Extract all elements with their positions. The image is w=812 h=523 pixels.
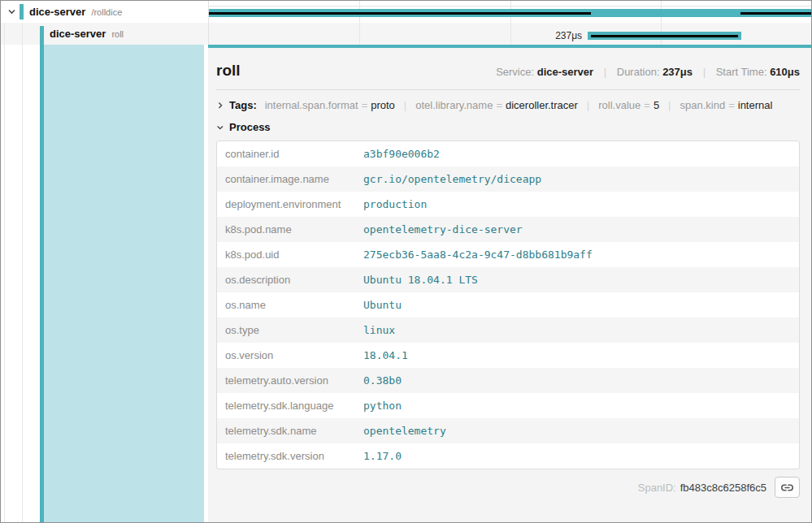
kv-row: container.ida3bf90e006b2 — [217, 141, 799, 166]
meta-divider: | — [696, 66, 713, 78]
kv-row: os.version18.04.1 — [217, 343, 799, 368]
kv-row: os.descriptionUbuntu 18.04.1 LTS — [217, 267, 799, 292]
tag-list: internal.span.format=proto | otel.librar… — [265, 99, 773, 111]
span-name-column: dice-server /rolldice dice-server roll — [1, 1, 208, 45]
kv-row: telemetry.sdk.languagepython — [217, 393, 799, 418]
span-bar-rolldice[interactable] — [209, 9, 811, 17]
tag-item: internal.span.format=proto — [265, 99, 395, 111]
meta-divider: | — [597, 66, 614, 78]
span-meta: Service: dice-server | Duration: 237μs |… — [496, 66, 800, 78]
start-time-value: 610μs — [770, 66, 800, 78]
kv-row: telemetry.sdk.version1.17.0 — [217, 443, 799, 469]
critical-path-segment — [591, 35, 738, 37]
tags-accordion[interactable]: Tags: internal.span.format=proto | otel.… — [216, 90, 800, 117]
timeline-track: 237μs — [208, 1, 811, 45]
chevron-right-icon — [216, 102, 224, 110]
duration-value: 237μs — [662, 66, 693, 78]
service-value: dice-server — [537, 66, 593, 78]
process-kv-card: container.ida3bf90e006b2 container.image… — [216, 140, 800, 469]
service-name: dice-server — [50, 28, 106, 40]
operation-name: /rolldice — [91, 7, 122, 17]
critical-path-segment — [740, 12, 811, 15]
tags-label: Tags: — [229, 99, 257, 111]
process-label: Process — [229, 121, 271, 133]
chevron-down-icon — [216, 123, 224, 132]
kv-row: deployment.environmentproduction — [217, 192, 799, 217]
tag-divider: | — [659, 99, 680, 111]
kv-row: container.image.namegcr.io/opentelemetry… — [217, 166, 799, 192]
tag-divider: | — [395, 99, 415, 111]
selected-span-detail-marker — [44, 45, 204, 522]
critical-path-segment — [209, 12, 591, 15]
span-duration-label: 237μs — [209, 30, 588, 41]
copy-link-button[interactable] — [775, 477, 800, 498]
service-label: Service: — [496, 66, 534, 78]
process-accordion[interactable]: Process — [216, 117, 800, 140]
duration-label: Duration: — [617, 66, 660, 78]
kv-row: telemetry.sdk.nameopentelemetry — [217, 418, 799, 443]
kv-row: os.typelinux — [217, 318, 799, 343]
tag-divider: | — [578, 99, 598, 111]
tag-item: roll.value=5 — [598, 99, 659, 111]
operation-name: roll — [111, 29, 124, 39]
indent-guide — [22, 45, 23, 522]
jaeger-trace-detail-view: dice-server /rolldice dice-server roll — [0, 0, 812, 523]
span-detail-footer: SpanID: fb483c8c6258f6c5 — [216, 469, 800, 498]
span-detail-header: roll Service: dice-server | Duration: 23… — [216, 48, 800, 90]
indent-guide — [22, 23, 23, 45]
span-title: roll — [216, 62, 241, 80]
kv-row: os.nameUbuntu — [217, 292, 799, 318]
spanid-label: SpanID: — [638, 482, 676, 494]
kv-row: telemetry.auto.version0.38b0 — [217, 368, 799, 393]
service-name: dice-server — [29, 6, 85, 18]
service-color-swatch — [20, 4, 24, 19]
tag-item: otel.library.name=diceroller.tracer — [415, 99, 578, 111]
span-bar-roll[interactable] — [588, 32, 741, 40]
kv-row: k8s.pod.nameopentelemetry-dice-server — [217, 217, 799, 242]
span-row-rolldice[interactable]: dice-server /rolldice — [1, 1, 208, 23]
span-tree-gutter — [1, 45, 208, 522]
spanid-value: fb483c8c6258f6c5 — [680, 482, 766, 494]
tag-item: span.kind=internal — [680, 99, 773, 111]
span-detail-panel: roll Service: dice-server | Duration: 23… — [208, 45, 811, 522]
trace-timeline: dice-server /rolldice dice-server roll — [1, 1, 811, 45]
span-row-roll[interactable]: dice-server roll — [1, 23, 208, 45]
process-kv-table: container.ida3bf90e006b2 container.image… — [217, 141, 799, 469]
chevron-down-icon[interactable] — [6, 7, 17, 16]
indent-guide — [4, 23, 5, 45]
link-icon — [780, 481, 794, 495]
start-time-label: Start Time: — [716, 66, 767, 78]
indent-guide — [4, 45, 5, 522]
service-color-swatch — [40, 26, 44, 45]
kv-row: k8s.pod.uid275ecb36-5aa8-4c2a-9c47-d8bb6… — [217, 242, 799, 267]
